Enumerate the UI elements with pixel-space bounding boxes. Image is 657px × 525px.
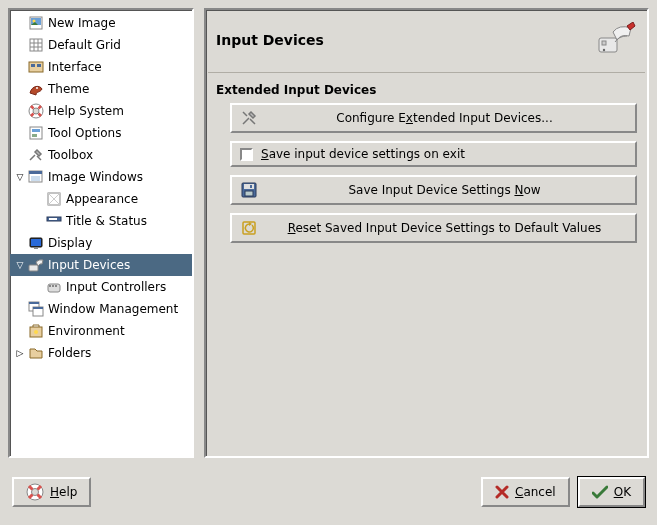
- expander-icon: [14, 83, 26, 95]
- cancel-button[interactable]: Cancel: [481, 477, 570, 507]
- tree-item-label: Default Grid: [48, 38, 121, 52]
- preferences-tree: New ImageDefault GridInterfaceThemeHelp …: [8, 8, 194, 458]
- save-icon: [240, 181, 258, 199]
- svg-rect-24: [49, 285, 51, 287]
- tree-item-help-system[interactable]: Help System: [10, 100, 192, 122]
- expander-icon: [14, 39, 26, 51]
- svg-rect-14: [29, 171, 42, 174]
- cancel-icon: [495, 485, 509, 499]
- expander-icon: [32, 215, 44, 227]
- svg-rect-3: [30, 39, 42, 51]
- newimage-icon: [28, 15, 44, 31]
- tree-item-window-management[interactable]: Window Management: [10, 298, 192, 320]
- expander-icon: [14, 237, 26, 249]
- tree-item-title-status[interactable]: Title & Status: [10, 210, 192, 232]
- reset-label: Reset Saved Input Device Settings to Def…: [262, 221, 627, 235]
- tree-item-theme[interactable]: Theme: [10, 78, 192, 100]
- expander-icon[interactable]: ▽: [14, 259, 26, 271]
- ok-label: OK: [614, 485, 631, 499]
- expander-icon: [14, 127, 26, 139]
- tree-item-label: Environment: [48, 324, 125, 338]
- expander-icon: [32, 193, 44, 205]
- svg-rect-26: [55, 285, 57, 287]
- ok-button[interactable]: OK: [578, 477, 645, 507]
- panel-body: Extended Input Devices Configure Extende…: [208, 73, 645, 261]
- theme-icon: [28, 81, 44, 97]
- tree-item-label: New Image: [48, 16, 116, 30]
- svg-rect-38: [245, 191, 253, 196]
- expander-icon: [14, 61, 26, 73]
- svg-rect-30: [33, 307, 43, 309]
- folders-icon: [28, 345, 44, 361]
- lifebuoy-icon: [26, 483, 44, 501]
- configure-extended-input-button[interactable]: Configure Extended Input Devices...: [230, 103, 637, 133]
- tree-item-tool-options[interactable]: Tool Options: [10, 122, 192, 144]
- tree-item-environment[interactable]: Environment: [10, 320, 192, 342]
- expander-icon: [14, 149, 26, 161]
- display-icon: [28, 235, 44, 251]
- expander-icon[interactable]: ▽: [14, 171, 26, 183]
- reset-defaults-button[interactable]: Reset Saved Input Device Settings to Def…: [230, 213, 637, 243]
- save-now-label: Save Input Device Settings Now: [262, 183, 627, 197]
- help-button[interactable]: Help: [12, 477, 91, 507]
- svg-rect-21: [34, 247, 38, 249]
- tree-item-label: Window Management: [48, 302, 178, 316]
- tree-item-folders[interactable]: ▷Folders: [10, 342, 192, 364]
- tree-item-input-devices[interactable]: ▽Input Devices: [10, 254, 192, 276]
- tree-item-image-windows[interactable]: ▽Image Windows: [10, 166, 192, 188]
- inputdev-icon: [28, 257, 44, 273]
- title-icon: [46, 213, 62, 229]
- svg-rect-28: [29, 302, 39, 304]
- tree-item-label: Display: [48, 236, 92, 250]
- tree-item-interface[interactable]: Interface: [10, 56, 192, 78]
- tree-item-label: Help System: [48, 104, 124, 118]
- svg-point-32: [34, 330, 38, 334]
- imagewin-icon: [28, 169, 44, 185]
- controllers-icon: [46, 279, 62, 295]
- tree-item-label: Tool Options: [48, 126, 121, 140]
- svg-rect-6: [37, 64, 41, 67]
- tree-item-display[interactable]: Display: [10, 232, 192, 254]
- input-devices-header-icon: [597, 22, 637, 58]
- svg-rect-20: [31, 239, 41, 246]
- tree-item-default-grid[interactable]: Default Grid: [10, 34, 192, 56]
- panel-header: Input Devices: [208, 12, 645, 73]
- toolbox-icon: [28, 147, 44, 163]
- bottom-bar: Help Cancel OK: [0, 466, 657, 518]
- content-panel: Input Devices Extended Input Devices: [204, 8, 649, 458]
- tree-item-label: Interface: [48, 60, 102, 74]
- tree-item-new-image[interactable]: New Image: [10, 12, 192, 34]
- tree-item-label: Toolbox: [48, 148, 93, 162]
- expander-icon: [14, 325, 26, 337]
- help-label: Help: [50, 485, 77, 499]
- svg-rect-5: [31, 64, 35, 67]
- section-title: Extended Input Devices: [216, 83, 637, 97]
- tools-icon: [240, 109, 258, 127]
- svg-point-42: [32, 489, 39, 496]
- save-on-exit-checkbox[interactable]: Save input device settings on exit: [230, 141, 637, 167]
- tree-item-label: Input Controllers: [66, 280, 166, 294]
- tree-item-appearance[interactable]: Appearance: [10, 188, 192, 210]
- svg-point-9: [33, 108, 39, 114]
- tree-item-input-controllers[interactable]: Input Controllers: [10, 276, 192, 298]
- interface-icon: [28, 59, 44, 75]
- svg-rect-15: [31, 176, 40, 181]
- tooloptions-icon: [28, 125, 44, 141]
- tree-item-label: Folders: [48, 346, 91, 360]
- tree-item-label: Title & Status: [66, 214, 147, 228]
- expander-icon: [14, 105, 26, 117]
- cancel-label: Cancel: [515, 485, 556, 499]
- reset-icon: [240, 219, 258, 237]
- svg-rect-34: [602, 41, 606, 45]
- expander-icon[interactable]: ▷: [14, 347, 26, 359]
- svg-rect-39: [250, 185, 252, 188]
- tree-item-toolbox[interactable]: Toolbox: [10, 144, 192, 166]
- env-icon: [28, 323, 44, 339]
- winmgmt-icon: [28, 301, 44, 317]
- configure-button-label: Configure Extended Input Devices...: [262, 111, 627, 125]
- ok-icon: [592, 485, 608, 499]
- checkbox-label: Save input device settings on exit: [261, 147, 465, 161]
- save-now-button[interactable]: Save Input Device Settings Now: [230, 175, 637, 205]
- tree-item-label: Appearance: [66, 192, 138, 206]
- tree-item-label: Input Devices: [48, 258, 130, 272]
